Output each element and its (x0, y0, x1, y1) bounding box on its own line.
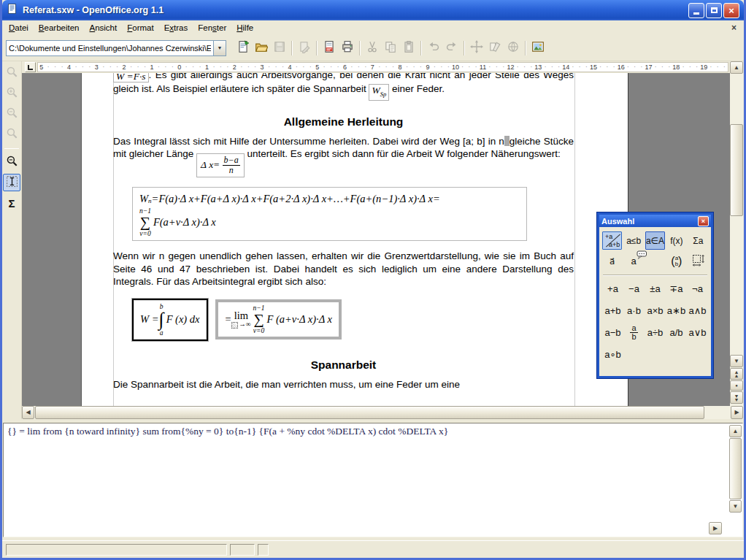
symbol-xa[interactable]: −a (623, 277, 645, 299)
ruler[interactable]: 5···4···3···2···1···0···1···2···3···4···… (22, 61, 730, 73)
ruler-tick: 15··· (590, 63, 618, 72)
menu-bearbeiten[interactable]: Bearbeiten (34, 22, 85, 34)
symbol-axb[interactable]: a∨b (687, 321, 708, 343)
category-set-operations-button[interactable]: a∈A (645, 231, 665, 250)
paste-button (399, 39, 418, 57)
scroll-down-icon[interactable]: ▼ (730, 355, 743, 367)
next-page-icon[interactable]: ▼▼ (730, 391, 743, 404)
paragraph: W =F·s. Es gibt allerdings auch Arbeitsv… (113, 73, 574, 101)
menu-ansicht[interactable]: Ansicht (85, 22, 123, 34)
formula-object-integral[interactable]: W =b∫aF (x) dx (132, 299, 208, 341)
category-relations-button[interactable]: a≤b (623, 231, 643, 250)
close-document-icon[interactable]: × (728, 23, 739, 33)
category-unary-binary-operators-button[interactable]: +aa+b (602, 231, 622, 250)
tab-stop-selector-icon[interactable] (25, 62, 36, 72)
statusbar (2, 540, 744, 558)
horizontal-scrollbar[interactable]: ◀ ▶ (22, 406, 744, 419)
formula-cursor-button[interactable] (3, 174, 20, 191)
formula-object-limit-active[interactable]: =lim→∞n−1∑ν=0F (a+ν·Δ x)·Δ x (215, 299, 342, 340)
ruler-tick: 3··· (258, 63, 286, 72)
menu-fenster[interactable]: Fenster (193, 22, 231, 34)
command-scroll-down-icon[interactable]: ▼ (729, 500, 742, 513)
command-scroll-right-icon[interactable]: ▶ (709, 522, 722, 534)
scroll-right-icon[interactable]: ▶ (731, 406, 743, 419)
gallery-button[interactable] (528, 39, 547, 57)
others-icon: a (631, 256, 636, 266)
navigation-icon[interactable]: ● (730, 380, 743, 391)
symbol-axb[interactable]: a∗b (666, 299, 687, 321)
ruler-tick: 6··· (342, 63, 369, 72)
menu-format[interactable]: Format (122, 22, 158, 34)
ruler-tick: 3··· (93, 63, 121, 72)
zoom-100-icon (6, 66, 18, 81)
vertical-scrollbar[interactable]: ▲ ▼ ▲▲ ● ▼▼ (730, 61, 743, 406)
vertical-scroll-thumb[interactable] (730, 124, 743, 216)
document-page[interactable]: W =F·s. Es gibt allerdings auch Arbeitsv… (81, 73, 628, 406)
command-scroll-thumb[interactable] (729, 438, 742, 499)
symbol-xa[interactable]: ±a (645, 277, 666, 299)
zoom-out-icon (6, 107, 18, 122)
palette-close-icon[interactable]: × (698, 216, 709, 226)
formula-command-text[interactable]: {} = lim from {n toward infinity} sum fr… (7, 426, 723, 437)
category-operators-button[interactable]: Σa (688, 231, 708, 250)
url-dropdown-icon[interactable]: ▼ (213, 41, 226, 55)
minimize-button[interactable] (688, 3, 704, 18)
symbol-axb[interactable]: a∘b (602, 343, 623, 365)
symbol-+a[interactable]: +a (602, 277, 623, 299)
menu-datei[interactable]: Datei (4, 22, 34, 34)
previous-page-icon[interactable]: ▲▲ (730, 368, 743, 380)
zoom-100-button (3, 64, 20, 82)
show-all-icon (6, 155, 18, 170)
toolbar-separator (4, 148, 19, 149)
symbol-a-over-b[interactable]: ab (623, 321, 645, 343)
symbol-a+b[interactable]: a+b (602, 299, 623, 321)
zoom-in-icon (6, 86, 18, 101)
menu-extras[interactable]: Extras (159, 22, 193, 34)
redo-button (442, 39, 461, 57)
category-attributes-button[interactable]: a⃗ (602, 252, 622, 270)
open-button[interactable] (252, 39, 270, 57)
category-functions-button[interactable]: f(x) (666, 231, 686, 250)
new-document-button[interactable] (234, 39, 252, 57)
command-scroll-up-icon[interactable]: ▲ (729, 425, 742, 437)
app-icon (7, 3, 18, 18)
print-button[interactable] (338, 39, 356, 57)
formula-command-window[interactable]: {} = lim from {n toward infinity} sum fr… (3, 423, 743, 537)
formula-object-sum-block[interactable]: Wn=F(a)·Δ x+F(a+Δ x)·Δ x+F(a+2·Δ x)·Δ x+… (132, 187, 527, 242)
category-others-button[interactable]: a (623, 252, 643, 270)
paragraph: Die Spannarbeit ist die Arbeit, die man … (113, 378, 574, 391)
symbol-xa[interactable]: ∓a (666, 277, 687, 299)
scroll-up-icon[interactable]: ▲ (730, 61, 743, 74)
symbol-axb[interactable]: a−b (602, 321, 623, 343)
zoom-all-button (3, 126, 20, 143)
symbol-axb[interactable]: a÷b (645, 321, 666, 343)
symbol-axb[interactable]: a/b (666, 321, 687, 343)
formula-cursor-icon (6, 175, 18, 191)
formula-object-delta-x[interactable]: Δ x= b−an (196, 153, 245, 177)
url-input[interactable] (7, 41, 213, 55)
ruler-tick: 0··· (176, 63, 204, 72)
sigma-icon: Σ (8, 197, 15, 210)
maximize-button[interactable] (706, 3, 722, 18)
symbol-xa[interactable]: ¬a (687, 277, 708, 299)
formula-object-ws[interactable]: W =F·s (113, 73, 149, 83)
scroll-left-icon[interactable]: ◀ (22, 406, 34, 419)
close-button[interactable]: × (723, 3, 739, 18)
category-formats-button[interactable] (688, 252, 708, 270)
symbol-axb[interactable]: a∧b (687, 299, 708, 321)
horizontal-scroll-thumb[interactable] (35, 406, 704, 419)
document-content: W =F·s. Es gibt allerdings auch Arbeitsv… (82, 73, 628, 391)
toolbar-separator (288, 40, 295, 56)
heading-allgemeine-herleitung: Allgemeine Herleitung (113, 115, 574, 129)
hyperlink-icon (507, 40, 520, 56)
formula-object-wsp[interactable]: WSp (369, 84, 389, 101)
main-toolbar: Σ (2, 61, 22, 419)
category-brackets-button[interactable]: (ab) (666, 252, 686, 270)
export-pdf-button[interactable] (320, 39, 338, 57)
menu-hilfe[interactable]: Hilfe (231, 22, 258, 34)
show-all-button[interactable] (3, 153, 20, 171)
save-button (270, 39, 288, 57)
symbol-axb[interactable]: a×b (645, 299, 666, 321)
symbol-axb[interactable]: a·b (623, 299, 645, 321)
symbols-button[interactable]: Σ (3, 194, 20, 212)
